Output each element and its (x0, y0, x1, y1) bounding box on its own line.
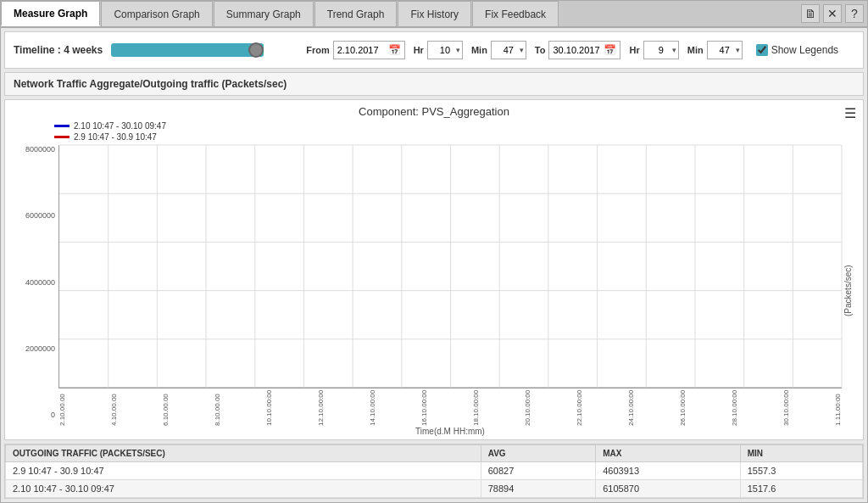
row2-min: 1517.6 (740, 480, 862, 498)
chart-legends: 2.10 10:47 - 30.10 09:47 2.9 10:47 - 30.… (54, 121, 856, 142)
x-label-5: 10.10.00:00 (265, 390, 273, 426)
from-hr-select-wrapper: 109811 (427, 41, 463, 59)
document-button[interactable]: 🗎 (801, 4, 820, 23)
show-legends-label: Show Legends (771, 44, 838, 56)
row2-max: 6105870 (596, 480, 740, 498)
from-min-select[interactable]: 47001530 (491, 41, 526, 59)
hamburger-icon[interactable]: ☰ (844, 105, 856, 121)
tab-icons-area: 🗎 ✕ ? (801, 4, 867, 23)
x-label-1: 2.10.00.00 (58, 390, 66, 426)
legend-item-blue: 2.10 10:47 - 30.10 09:47 (54, 121, 856, 131)
from-date-input[interactable]: 2.10.2017 📅 (333, 41, 405, 59)
from-min-label: Min (471, 45, 487, 55)
show-legends-group: Show Legends (756, 44, 838, 56)
x-label-4: 8.10.00.00 (214, 390, 221, 426)
x-label-7: 14.10.00:00 (369, 390, 376, 426)
tab-bar: Measure Graph Comparison Graph Summary G… (1, 1, 867, 28)
from-calendar-icon: 📅 (388, 44, 401, 56)
to-hr-select[interactable]: 910811 (643, 41, 679, 59)
x-label-9: 18.10.00:00 (472, 390, 480, 426)
from-hr-select[interactable]: 109811 (427, 41, 463, 59)
timeline-row: Timeline : 4 weeks From 2.10.2017 📅 Hr (4, 31, 864, 69)
row1-max: 4603913 (596, 462, 740, 480)
from-group: From 2.10.2017 📅 (306, 41, 405, 59)
x-label-8: 16.10.00:00 (420, 390, 428, 426)
show-legends-checkbox[interactable] (756, 44, 768, 56)
legend-label-red: 2.9 10:47 - 30.9 10:47 (74, 132, 157, 142)
tab-summary[interactable]: Summary Graph (214, 1, 314, 26)
to-min-group: Min 47001530 (687, 41, 743, 59)
row1-min: 1557.3 (740, 462, 862, 480)
timeline-label: Timeline : 4 weeks (14, 44, 103, 56)
x-label-13: 26.10.00:00 (679, 390, 687, 426)
to-date-value: 30.10.2017 (553, 45, 599, 55)
col-header-name: OUTGOING TRAFFIC (PACKETS/SEC) (6, 445, 481, 462)
to-min-select[interactable]: 47001530 (707, 41, 743, 59)
to-min-label: Min (687, 45, 704, 55)
from-hr-label: Hr (414, 45, 424, 55)
legend-item-red: 2.9 10:47 - 30.9 10:47 (54, 132, 856, 142)
data-table: OUTGOING TRAFFIC (PACKETS/SEC) AVG MAX M… (4, 444, 864, 499)
to-calendar-icon: 📅 (604, 44, 616, 56)
to-hr-group: Hr 910811 (629, 41, 678, 59)
from-hr-group: Hr 109811 (414, 41, 463, 59)
tab-measure[interactable]: Measure Graph (1, 1, 100, 26)
chart-area-wrapper: 2.10.00.00 4.10.00.00 6.10.00.00 8.10.00… (58, 145, 842, 436)
chart-header: Component: PVS_Aggregation ☰ (12, 105, 856, 118)
legend-color-blue (54, 125, 70, 127)
graph-title-bar: Network Traffic Aggregate/Outgoing traff… (4, 72, 864, 96)
close-icon: ✕ (827, 7, 837, 20)
x-label-10: 20.10.00:00 (524, 390, 531, 426)
tab-comparison[interactable]: Comparison Graph (101, 1, 212, 26)
table-header-row: OUTGOING TRAFFIC (PACKETS/SEC) AVG MAX M… (6, 445, 863, 462)
col-header-avg: AVG (481, 445, 596, 462)
to-group: To 30.10.2017 📅 (535, 41, 621, 59)
x-label-3: 6.10.00.00 (162, 390, 170, 426)
col-header-min: MIN (740, 445, 862, 462)
x-label-2: 4.10.00.00 (110, 390, 118, 426)
chart-body: 8000000 6000000 4000000 2000000 0 (12, 145, 856, 436)
x-axis-labels: 2.10.00.00 4.10.00.00 6.10.00.00 8.10.00… (58, 390, 842, 426)
chart-area (58, 145, 842, 388)
from-date-value: 2.10.2017 (337, 45, 379, 55)
timeline-thumb[interactable] (248, 42, 264, 58)
chart-container: Component: PVS_Aggregation ☰ 2.10 10:47 … (4, 99, 864, 440)
row1-label: 2.9 10:47 - 30.9 10:47 (6, 462, 481, 480)
timeline-track (111, 43, 264, 57)
help-icon: ? (851, 7, 858, 20)
legend-label-blue: 2.10 10:47 - 30.10 09:47 (74, 121, 166, 131)
legend-color-red (54, 136, 70, 138)
close-button[interactable]: ✕ (823, 4, 842, 23)
x-label-6: 12.10.00:00 (317, 390, 325, 426)
from-label: From (306, 45, 330, 55)
chart-svg (59, 145, 842, 388)
y-axis-ticks: 8000000 6000000 4000000 2000000 0 (12, 145, 58, 419)
x-label-11: 22.10.00:00 (576, 390, 583, 426)
row1-avg: 60827 (481, 462, 596, 480)
x-label-16: 1.11.00:00 (834, 390, 842, 426)
tab-fix-history[interactable]: Fix History (398, 1, 471, 26)
content-area: Timeline : 4 weeks From 2.10.2017 📅 Hr (1, 28, 867, 502)
row2-label: 2.10 10:47 - 30.10 09:47 (6, 480, 481, 498)
y-axis-label: (Packets/sec) (842, 145, 854, 436)
to-hr-label: Hr (629, 45, 639, 55)
to-label: To (535, 45, 546, 55)
tab-fix-feedback[interactable]: Fix Feedback (472, 1, 559, 26)
timeline-slider-container (111, 43, 298, 57)
chart-component-title: Component: PVS_Aggregation (359, 105, 509, 118)
col-header-max: MAX (596, 445, 740, 462)
table-row: 2.9 10:47 - 30.9 10:47 60827 4603913 155… (6, 462, 863, 480)
to-hr-select-wrapper: 910811 (643, 41, 679, 59)
x-label-14: 28.10.00:00 (731, 390, 738, 426)
from-min-group: Min 47001530 (471, 41, 526, 59)
tab-trend[interactable]: Trend Graph (314, 1, 398, 26)
x-label-15: 30.10.00:00 (782, 390, 790, 426)
help-button[interactable]: ? (845, 4, 864, 23)
x-axis-title: Time(d.M HH:mm) (58, 427, 842, 436)
x-label-12: 24.10.00:00 (627, 390, 635, 426)
document-icon: 🗎 (804, 7, 816, 20)
to-min-select-wrapper: 47001530 (707, 41, 743, 59)
row2-avg: 78894 (481, 480, 596, 498)
main-container: Measure Graph Comparison Graph Summary G… (0, 0, 868, 503)
to-date-input[interactable]: 30.10.2017 📅 (548, 41, 620, 59)
